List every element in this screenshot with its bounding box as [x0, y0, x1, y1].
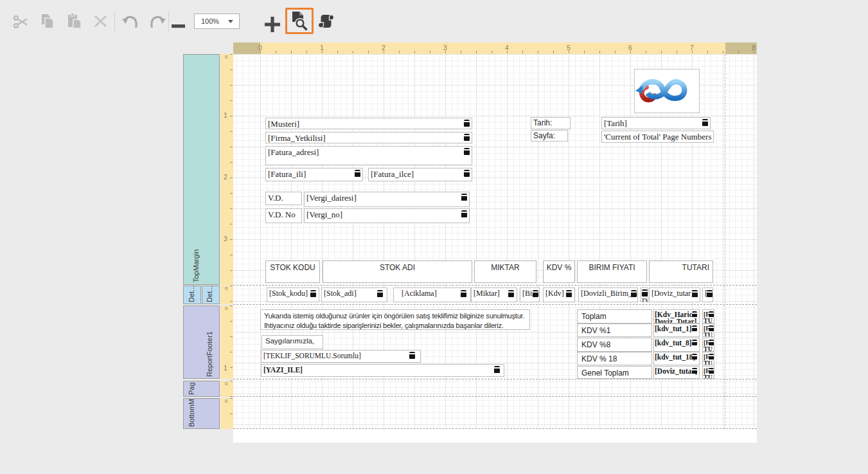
undo-button[interactable] — [121, 14, 139, 32]
database-icon — [709, 354, 714, 360]
total-label-kdv1[interactable]: KDV %1 — [577, 324, 652, 337]
cell-birim[interactable]: [Birim] — [520, 287, 540, 302]
database-icon — [355, 170, 360, 177]
vruler-zero: 0 — [225, 305, 227, 311]
total-extra-1[interactable]: [F TU — [702, 324, 714, 337]
header-text: STOK ADI — [380, 263, 415, 272]
field-tarih[interactable]: [Tarih] — [601, 117, 711, 129]
footer-paragraph[interactable]: Yukarıda istemiş olduğunuz ürünler için … — [260, 309, 530, 330]
total-label-kdv8[interactable]: KDV %8 — [577, 338, 652, 352]
col-header-stok-adi[interactable]: STOK ADI — [323, 260, 472, 283]
field-fatura-adresi[interactable]: [Fatura_adresi] — [265, 146, 472, 165]
total-field-kdv8[interactable]: [kdv_tut_8] — [653, 338, 700, 352]
ruler-margin-left — [233, 42, 260, 54]
cell-text: D — [642, 296, 648, 302]
database-icon — [508, 290, 514, 297]
database-icon — [692, 368, 697, 374]
field-fatura-ili[interactable]: [Fatura_ili] — [265, 168, 363, 181]
zoom-out-button[interactable] — [172, 19, 185, 31]
col-header-stok-kodu[interactable]: STOK KODU — [265, 260, 320, 283]
label-tarih[interactable]: Tarih: — [531, 117, 571, 129]
scripts-button[interactable] — [317, 13, 335, 32]
field-page-numbers[interactable]: 'Current of Total' Page Numbers — [601, 131, 714, 143]
cell-aciklama[interactable]: [Aciklama] — [393, 287, 471, 302]
cell-stok-kodu[interactable]: [Stok_kodu] — [267, 287, 319, 302]
database-icon — [709, 340, 714, 345]
total-field-kdv-haric[interactable]: [Kdv_Haric Doviz_Tutar] — [653, 309, 700, 324]
total-extra-4[interactable]: [F TU — [702, 366, 714, 379]
field-text: [kdv_tut_1] — [655, 325, 692, 333]
vruler-zero: 0 — [225, 54, 227, 60]
cell-small[interactable]: D — [641, 287, 648, 302]
field-firma-yetkilisi[interactable]: [Firma_Yetkilisi] — [265, 132, 472, 143]
hruler-num: 7 — [690, 44, 694, 51]
cell-dovizli-birim-fiyat[interactable]: [Dovizli_Birim_Fiyat] — [578, 287, 638, 302]
vruler-zero: 0 — [225, 286, 227, 291]
field-yazi-ile[interactable]: [YAZI_ILE] — [261, 364, 504, 377]
database-icon — [709, 311, 714, 317]
field-musteri[interactable]: [Musteri] — [265, 118, 472, 129]
field-text: [Fatura_ili] — [268, 169, 306, 179]
cut-button[interactable] — [13, 14, 30, 32]
cell-text: [Kdv] — [545, 289, 564, 298]
label-sayfa[interactable]: Sayfa: — [531, 130, 568, 141]
database-icon — [631, 290, 637, 297]
cell-miktar[interactable]: [Miktar] — [471, 287, 517, 302]
total-field-kdv18[interactable]: [kdv_tut_18] — [653, 352, 700, 365]
label-text: Tarih: — [533, 118, 552, 127]
field-text: [Musteri] — [268, 119, 299, 129]
col-header-kdv[interactable]: KDV % — [543, 260, 575, 283]
paste-button[interactable] — [66, 13, 83, 32]
cell-kdv[interactable]: [Kdv] — [543, 287, 575, 302]
cell-small-2[interactable]: [Db — [702, 287, 713, 302]
cell-stok-adi[interactable]: [Stok_adi] — [321, 287, 387, 302]
zoom-in-button[interactable] — [265, 17, 280, 35]
total-extra-3[interactable]: [F TU — [702, 352, 714, 365]
band-detail-label: Det... — [206, 286, 214, 302]
footer-saygilar[interactable]: Saygılarımızla, — [261, 335, 323, 349]
col-header-birim-fiyati[interactable]: BIRIM FIYATI — [577, 260, 647, 283]
cell-doviz-tutar[interactable]: [Doviz_tutar] — [649, 287, 700, 302]
header-text: BIRIM FIYATI — [589, 263, 635, 272]
label-vd[interactable]: V.D. — [265, 192, 302, 205]
database-icon — [702, 119, 708, 126]
band-topmargin[interactable] — [183, 54, 220, 285]
label-vd-no[interactable]: V.D. No — [265, 208, 302, 223]
database-icon — [464, 148, 470, 155]
field-teklif-sorumlu[interactable]: [TEKLIF_SORUMLU.Sorumlu] — [261, 350, 421, 363]
field-vergi-dairesi[interactable]: [Vergi_dairesi] — [304, 192, 470, 207]
total-label-kdv18[interactable]: KDV % 18 — [577, 352, 652, 365]
database-icon — [709, 368, 714, 374]
col-header-tutari[interactable]: TUTARI — [649, 260, 713, 283]
band-bottommargin-label: BottomM — [188, 399, 196, 427]
total-field-genel[interactable]: [Doviz_tutar] — [653, 366, 700, 379]
logo-box[interactable] — [634, 69, 700, 113]
company-logo — [635, 104, 699, 114]
delete-button[interactable] — [93, 14, 108, 31]
vruler-num: 2 — [224, 173, 227, 181]
total-extra-0[interactable]: [F TU — [702, 309, 714, 324]
redo-button[interactable] — [149, 14, 166, 32]
total-label-genel[interactable]: Genel Toplam — [577, 366, 652, 379]
copy-icon — [39, 21, 56, 32]
field-fatura-ilce[interactable]: [Fatura_ilce] — [368, 168, 472, 181]
cell-text: [Dovizli_Birim_Fiyat] — [581, 289, 638, 298]
copy-button[interactable] — [39, 13, 56, 32]
vruler-num: 3 — [224, 235, 227, 242]
band-reportfooter[interactable] — [183, 305, 220, 379]
preview-button[interactable] — [291, 12, 308, 33]
total-label-toplam[interactable]: Toplam — [577, 309, 652, 324]
hruler-num: 2 — [382, 44, 385, 51]
database-icon — [692, 311, 697, 317]
zoom-level-select[interactable]: 100% — [194, 14, 240, 29]
database-icon — [377, 290, 383, 297]
vruler-num: 1 — [224, 111, 227, 119]
field-vergi-no[interactable]: [Vergi_no] — [304, 208, 470, 223]
redo-icon — [149, 20, 166, 31]
col-header-miktar[interactable]: MIKTAR — [474, 260, 536, 283]
total-extra-2[interactable]: [F TU — [702, 338, 714, 352]
zoom-in-icon — [265, 23, 280, 34]
total-field-kdv1[interactable]: [kdv_tut_1] — [653, 324, 700, 337]
vruler-topmargin: 0 1 2 3 — [220, 54, 233, 285]
field-text: [Tarih] — [604, 118, 627, 128]
